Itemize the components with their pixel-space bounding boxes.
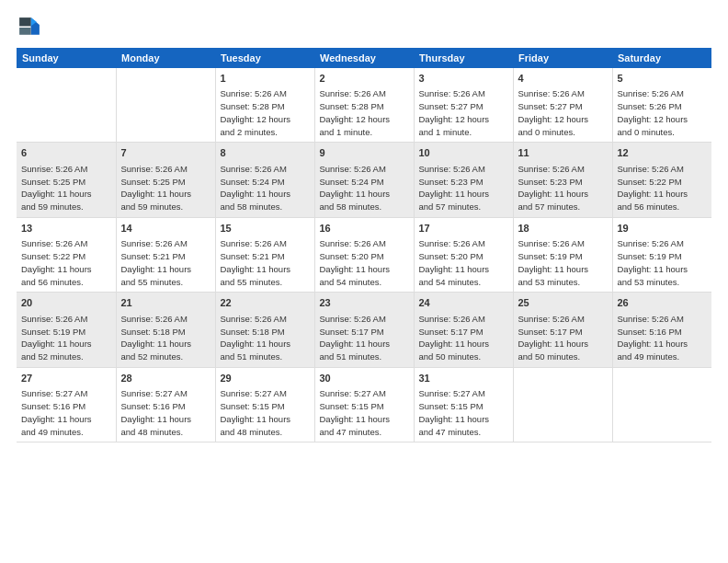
day-info-line: Sunset: 5:24 PM <box>320 176 409 189</box>
day-info-line: Daylight: 11 hours <box>518 338 608 350</box>
day-info-line: Daylight: 11 hours <box>419 413 508 426</box>
day-info-line: Sunset: 5:18 PM <box>121 326 210 339</box>
day-info-line: and 47 minutes. <box>320 426 409 439</box>
day-info-line: Sunset: 5:21 PM <box>221 250 310 263</box>
day-info-line: and 53 minutes. <box>618 276 708 289</box>
calendar-cell <box>17 68 116 143</box>
calendar-cell: 16Sunrise: 5:26 AMSunset: 5:20 PMDayligh… <box>314 217 414 292</box>
day-info-line: and 55 minutes. <box>121 276 210 289</box>
day-number: 31 <box>419 372 508 385</box>
day-info-line: Sunrise: 5:27 AM <box>21 387 111 400</box>
day-number: 20 <box>21 296 111 310</box>
day-number: 5 <box>618 72 708 86</box>
calendar-cell: 3Sunrise: 5:26 AMSunset: 5:27 PMDaylight… <box>414 68 513 143</box>
day-info-line: Sunrise: 5:27 AM <box>320 387 409 400</box>
day-info-line: Sunset: 5:17 PM <box>518 326 608 339</box>
day-info-line: Daylight: 12 hours <box>419 113 508 126</box>
calendar-cell: 15Sunrise: 5:26 AMSunset: 5:21 PMDayligh… <box>215 217 314 292</box>
calendar-cell: 26Sunrise: 5:26 AMSunset: 5:16 PMDayligh… <box>612 293 711 367</box>
day-info-line: Daylight: 11 hours <box>419 188 508 201</box>
calendar-cell: 2Sunrise: 5:26 AMSunset: 5:28 PMDaylight… <box>314 68 414 143</box>
day-number: 6 <box>21 146 111 160</box>
calendar-cell: 14Sunrise: 5:26 AMSunset: 5:21 PMDayligh… <box>116 217 215 292</box>
day-info-line: and 56 minutes. <box>618 201 708 213</box>
day-info-line: Sunrise: 5:26 AM <box>419 313 508 326</box>
weekday-header: Friday <box>513 48 612 68</box>
day-info-line: Sunset: 5:17 PM <box>419 326 508 339</box>
day-number: 28 <box>121 372 210 385</box>
day-info-line: and 59 minutes. <box>121 201 210 213</box>
day-info-line: and 54 minutes. <box>419 276 508 289</box>
calendar-cell <box>116 68 215 143</box>
svg-rect-2 <box>19 17 30 26</box>
day-info-line: and 53 minutes. <box>518 276 608 289</box>
calendar-cell <box>513 367 612 442</box>
calendar-cell: 29Sunrise: 5:27 AMSunset: 5:15 PMDayligh… <box>215 367 314 442</box>
calendar-cell: 12Sunrise: 5:26 AMSunset: 5:22 PMDayligh… <box>612 143 711 217</box>
day-info-line: Sunrise: 5:26 AM <box>320 313 409 326</box>
day-number: 13 <box>21 222 111 236</box>
day-info-line: Sunset: 5:28 PM <box>221 100 310 113</box>
day-info-line: Daylight: 11 hours <box>320 413 409 426</box>
day-info-line: Sunrise: 5:26 AM <box>618 87 708 100</box>
day-number: 14 <box>121 222 210 236</box>
day-info-line: Sunrise: 5:26 AM <box>618 313 708 326</box>
day-info-line: Daylight: 12 hours <box>320 113 409 126</box>
day-number: 22 <box>221 296 310 310</box>
day-info-line: Sunrise: 5:26 AM <box>221 237 310 250</box>
day-info-line: Sunset: 5:17 PM <box>320 326 409 339</box>
day-info-line: and 58 minutes. <box>221 201 310 213</box>
calendar-cell: 5Sunrise: 5:26 AMSunset: 5:26 PMDaylight… <box>612 68 711 143</box>
calendar-cell: 27Sunrise: 5:27 AMSunset: 5:16 PMDayligh… <box>17 367 116 442</box>
day-info-line: Sunset: 5:16 PM <box>21 400 111 413</box>
day-number: 26 <box>618 296 708 310</box>
calendar-week-row: 27Sunrise: 5:27 AMSunset: 5:16 PMDayligh… <box>17 367 711 442</box>
calendar-cell: 18Sunrise: 5:26 AMSunset: 5:19 PMDayligh… <box>513 217 612 292</box>
weekday-header: Thursday <box>414 48 513 68</box>
day-info-line: Sunrise: 5:26 AM <box>320 237 409 250</box>
day-info-line: Sunset: 5:21 PM <box>121 250 210 263</box>
calendar-cell: 13Sunrise: 5:26 AMSunset: 5:22 PMDayligh… <box>17 217 116 292</box>
calendar-cell: 10Sunrise: 5:26 AMSunset: 5:23 PMDayligh… <box>414 143 513 217</box>
day-info-line: Sunset: 5:15 PM <box>419 400 508 413</box>
day-info-line: and 58 minutes. <box>320 201 409 213</box>
day-info-line: and 49 minutes. <box>21 426 111 439</box>
svg-rect-3 <box>19 28 30 35</box>
day-info-line: Sunrise: 5:26 AM <box>121 163 210 176</box>
day-number: 8 <box>221 146 310 160</box>
day-number: 9 <box>320 146 409 160</box>
day-number: 2 <box>320 72 409 86</box>
calendar-cell: 8Sunrise: 5:26 AMSunset: 5:24 PMDaylight… <box>215 143 314 217</box>
day-number: 3 <box>419 72 508 86</box>
day-info-line: and 51 minutes. <box>221 350 310 363</box>
day-info-line: Sunrise: 5:26 AM <box>419 163 508 176</box>
day-info-line: Sunset: 5:20 PM <box>320 250 409 263</box>
day-number: 25 <box>518 296 608 310</box>
day-number: 16 <box>320 222 409 236</box>
day-info-line: Daylight: 11 hours <box>121 413 210 426</box>
day-number: 30 <box>320 372 409 385</box>
calendar-cell: 20Sunrise: 5:26 AMSunset: 5:19 PMDayligh… <box>17 293 116 367</box>
day-info-line: and 50 minutes. <box>518 350 608 363</box>
weekday-header: Monday <box>116 48 215 68</box>
day-info-line: Sunrise: 5:27 AM <box>221 387 310 400</box>
day-number: 29 <box>221 372 310 385</box>
day-number: 19 <box>618 222 708 236</box>
day-number: 23 <box>320 296 409 310</box>
day-info-line: Daylight: 11 hours <box>121 338 210 350</box>
day-info-line: Sunrise: 5:26 AM <box>518 237 608 250</box>
day-number: 24 <box>419 296 508 310</box>
day-number: 1 <box>221 72 310 86</box>
calendar-cell: 21Sunrise: 5:26 AMSunset: 5:18 PMDayligh… <box>116 293 215 367</box>
header <box>17 15 711 40</box>
day-info-line: Daylight: 11 hours <box>221 413 310 426</box>
day-info-line: Sunset: 5:16 PM <box>121 400 210 413</box>
calendar-cell: 11Sunrise: 5:26 AMSunset: 5:23 PMDayligh… <box>513 143 612 217</box>
day-info-line: and 54 minutes. <box>320 276 409 289</box>
day-number: 27 <box>21 372 111 385</box>
calendar-week-row: 1Sunrise: 5:26 AMSunset: 5:28 PMDaylight… <box>17 68 711 143</box>
day-info-line: Daylight: 11 hours <box>618 338 708 350</box>
day-number: 7 <box>121 146 210 160</box>
day-info-line: and 2 minutes. <box>221 126 310 139</box>
weekday-header: Wednesday <box>314 48 414 68</box>
